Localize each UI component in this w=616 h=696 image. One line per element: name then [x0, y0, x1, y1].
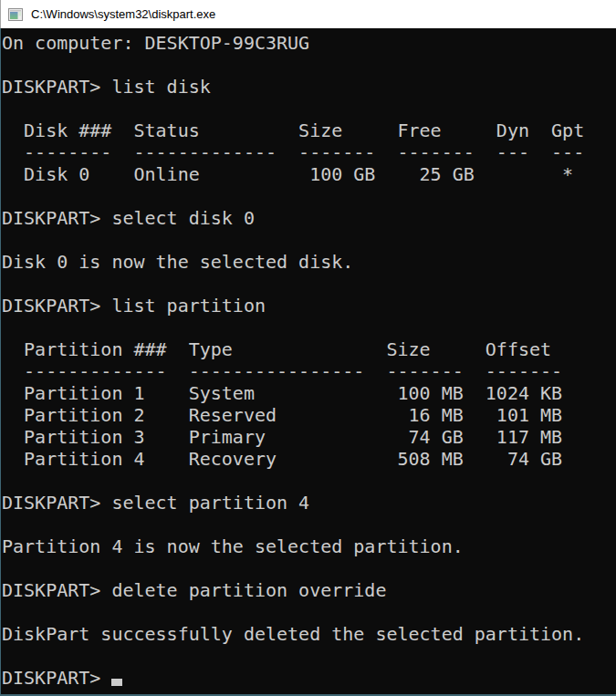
terminal-line: DiskPart successfully deleted the select…	[2, 623, 616, 645]
terminal-line: Partition ### Type Size Offset	[2, 338, 616, 360]
terminal-line: DISKPART>	[2, 667, 616, 689]
terminal-line: Disk ### Status Size Free Dyn Gpt	[2, 119, 616, 141]
terminal-line: DISKPART> select disk 0	[2, 207, 616, 229]
terminal-line	[2, 185, 616, 207]
diskpart-window: C:\Windows\system32\diskpart.exe On comp…	[0, 0, 616, 696]
terminal-line: DISKPART> list disk	[2, 76, 616, 98]
terminal-line	[2, 317, 616, 338]
terminal-line	[2, 645, 616, 667]
terminal-line: Disk 0 is now the selected disk.	[2, 251, 616, 273]
terminal-line	[2, 98, 616, 119]
terminal-line: Partition 4 Recovery 508 MB 74 GB	[2, 448, 616, 470]
terminal-line: Partition 1 System 100 MB 1024 KB	[2, 382, 616, 404]
terminal-line: -------- ------------- ------- ------- -…	[2, 141, 616, 163]
terminal-line	[2, 557, 616, 579]
terminal-line	[2, 601, 616, 623]
terminal-line: Partition 4 is now the selected partitio…	[2, 535, 616, 557]
console-app-icon[interactable]	[8, 7, 23, 22]
terminal-line	[2, 54, 616, 76]
terminal-output[interactable]: On computer: DESKTOP-99C3RUGDISKPART> li…	[0, 28, 616, 696]
text-cursor	[111, 679, 122, 686]
terminal-line: DISKPART> list partition	[2, 295, 616, 317]
terminal-line	[2, 273, 616, 295]
terminal-line: DISKPART> select partition 4	[2, 492, 616, 514]
terminal-line: ------------- ---------------- ------- -…	[2, 360, 616, 382]
terminal-line: On computer: DESKTOP-99C3RUG	[2, 32, 616, 54]
terminal-line	[2, 470, 616, 492]
terminal-line: Partition 2 Reserved 16 MB 101 MB	[2, 404, 616, 426]
title-bar[interactable]: C:\Windows\system32\diskpart.exe	[0, 0, 616, 28]
terminal-line: DISKPART> delete partition override	[2, 579, 616, 601]
terminal-line: Partition 3 Primary 74 GB 117 MB	[2, 426, 616, 448]
terminal-line	[2, 229, 616, 251]
terminal-line: Disk 0 Online 100 GB 25 GB *	[2, 163, 616, 185]
window-title: C:\Windows\system32\diskpart.exe	[31, 7, 215, 21]
terminal-line	[2, 514, 616, 535]
